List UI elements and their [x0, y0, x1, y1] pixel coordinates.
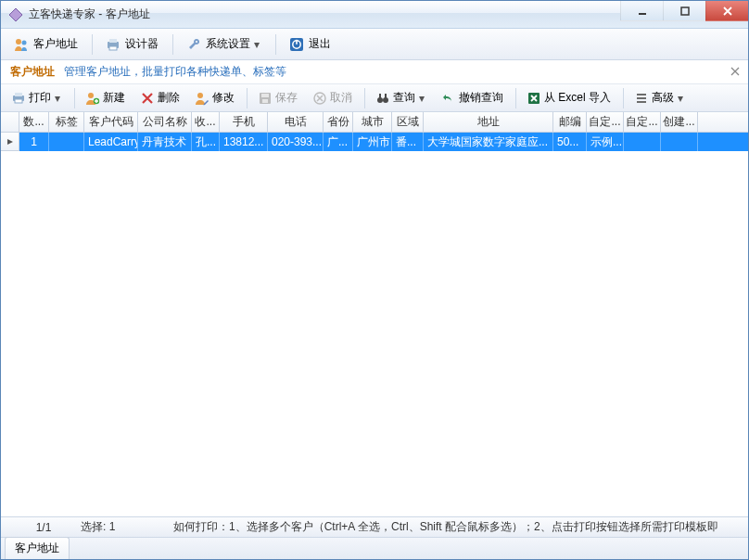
col-recipient[interactable]: 收...	[192, 112, 220, 132]
undo-icon	[441, 91, 456, 106]
maximize-button[interactable]	[663, 1, 705, 21]
grid-body[interactable]: 1 LeadCarry 丹青技术 孔... 13812... 020-393..…	[1, 133, 748, 516]
toolbar-separator	[92, 34, 93, 55]
wrench-icon	[185, 36, 202, 53]
power-icon	[288, 36, 305, 53]
titlebar: 立客快递专家 - 客户地址	[1, 1, 748, 29]
bottom-tabstrip: 客户地址	[1, 537, 748, 559]
col-area[interactable]: 区域	[392, 112, 424, 132]
designer-label: 设计器	[125, 36, 159, 52]
cancel-label: 取消	[330, 90, 352, 106]
col-city[interactable]: 城市	[353, 112, 392, 132]
col-cust2[interactable]: 自定...	[624, 112, 661, 132]
system-settings-button[interactable]: 系统设置 ▾	[177, 33, 270, 56]
person-plus-icon	[85, 91, 100, 106]
main-toolbar: 客户地址 设计器 系统设置 ▾ 退出	[1, 29, 748, 60]
svg-marker-0	[9, 8, 22, 21]
svg-rect-24	[379, 94, 381, 98]
disk-icon	[258, 91, 273, 106]
data-grid: 数... 标签 客户代码 公司名称 收... 手机 电话 省份 城市 区域 地址…	[1, 112, 748, 516]
svg-rect-11	[296, 39, 298, 44]
svg-rect-7	[109, 46, 117, 50]
table-row[interactable]: 1 LeadCarry 丹青技术 孔... 13812... 020-393..…	[1, 133, 748, 151]
customer-address-button[interactable]: 客户地址	[5, 33, 86, 56]
col-company[interactable]: 公司名称	[138, 112, 192, 132]
delete-button[interactable]: 删除	[133, 88, 186, 108]
cancel-button[interactable]: 取消	[306, 88, 359, 108]
svg-rect-27	[637, 94, 646, 95]
svg-rect-28	[637, 97, 646, 99]
svg-marker-30	[7, 139, 13, 145]
people-icon	[13, 36, 30, 53]
new-button[interactable]: 新建	[79, 88, 132, 108]
person-edit-icon	[195, 91, 209, 106]
cell-recipient: 孔...	[192, 133, 220, 151]
svg-point-15	[88, 93, 94, 98]
edit-button[interactable]: 修改	[188, 88, 241, 108]
edit-label: 修改	[212, 90, 235, 106]
col-mobile[interactable]: 手机	[220, 112, 268, 132]
cell-cust2	[624, 133, 661, 151]
cancel-icon	[312, 91, 327, 106]
tab-customer-address[interactable]: 客户地址	[5, 537, 70, 559]
system-settings-label: 系统设置	[206, 36, 250, 52]
subheader-title: 客户地址	[1, 64, 64, 80]
subheader-close-icon[interactable]	[728, 64, 743, 79]
printer-icon	[11, 91, 26, 106]
new-label: 新建	[103, 90, 125, 106]
status-help: 如何打印：1、选择多个客户（Ctrl+A 全选，Ctrl、Shift 配合鼠标多…	[173, 519, 743, 535]
svg-rect-1	[639, 13, 646, 15]
print-button[interactable]: 打印 ▾	[5, 88, 69, 108]
advanced-button[interactable]: 高级 ▾	[628, 88, 692, 108]
cell-phone: 020-393...	[268, 133, 324, 151]
cell-zip: 50...	[553, 133, 587, 151]
col-tag[interactable]: 标签	[49, 112, 84, 132]
save-button[interactable]: 保存	[251, 88, 304, 108]
row-caret-icon	[6, 138, 14, 146]
toolbar-separator	[247, 88, 248, 108]
exit-label: 退出	[309, 36, 331, 52]
col-prov[interactable]: 省份	[324, 112, 353, 132]
svg-rect-2	[681, 7, 689, 15]
binoculars-icon	[375, 91, 390, 106]
col-phone[interactable]: 电话	[268, 112, 324, 132]
toolbar-separator	[364, 88, 365, 108]
query-label: 查询	[393, 90, 415, 106]
query-button[interactable]: 查询 ▾	[369, 88, 433, 108]
chevron-down-icon: ▾	[417, 92, 426, 105]
window-controls	[620, 1, 748, 21]
advanced-label: 高级	[652, 90, 674, 106]
undo-query-button[interactable]: 撤销查询	[435, 88, 510, 108]
app-icon	[8, 7, 23, 22]
app-window: 立客快递专家 - 客户地址 客户地址 设计器	[0, 0, 749, 560]
cell-code: LeadCarry	[84, 133, 138, 151]
exit-button[interactable]: 退出	[280, 33, 339, 56]
toolbar-separator	[515, 88, 516, 108]
import-excel-button[interactable]: 从 Excel 导入	[520, 88, 617, 108]
undo-query-label: 撤销查询	[459, 90, 503, 106]
svg-point-3	[16, 39, 21, 45]
col-num[interactable]: 数...	[19, 112, 49, 132]
chevron-down-icon: ▾	[252, 38, 261, 51]
col-code[interactable]: 客户代码	[84, 112, 138, 132]
window-title: 立客快递专家 - 客户地址	[29, 6, 150, 22]
toolbar-separator	[74, 88, 75, 108]
import-excel-label: 从 Excel 导入	[544, 90, 611, 106]
status-bar: 1/1 选择: 1 如何打印：1、选择多个客户（Ctrl+A 全选，Ctrl、S…	[1, 516, 748, 537]
grid-header: 数... 标签 客户代码 公司名称 收... 手机 电话 省份 城市 区域 地址…	[1, 112, 748, 133]
toolbar-separator	[623, 88, 624, 108]
svg-point-8	[196, 41, 197, 43]
col-zip[interactable]: 邮编	[553, 112, 587, 132]
svg-rect-14	[15, 99, 22, 103]
col-addr[interactable]: 地址	[424, 112, 553, 132]
designer-button[interactable]: 设计器	[96, 33, 167, 56]
x-icon	[140, 91, 155, 106]
minimize-button[interactable]	[620, 1, 663, 21]
close-button[interactable]	[705, 1, 748, 21]
excel-icon	[527, 91, 541, 106]
status-pager: 1/1	[6, 521, 81, 534]
cell-city: 广州市	[353, 133, 392, 151]
svg-rect-6	[109, 39, 117, 43]
col-cust1[interactable]: 自定...	[587, 112, 624, 132]
col-create[interactable]: 创建...	[661, 112, 698, 132]
